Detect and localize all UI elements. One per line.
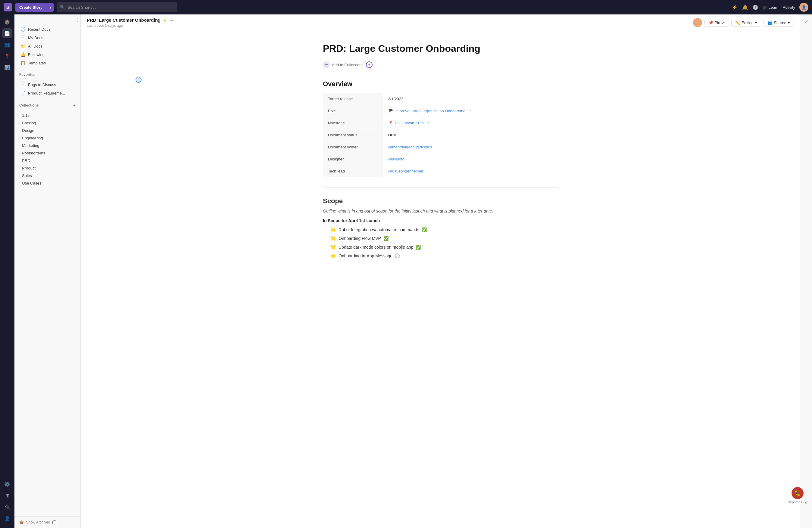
sidebar-item-bugs-to-discuss[interactable]: 📄 Bugs to Discuss xyxy=(16,80,79,89)
rail-user-icon[interactable]: 👤 xyxy=(2,514,12,523)
pin-button[interactable]: 📌 Pin ↗ xyxy=(705,19,729,27)
editing-button[interactable]: ✏️ Editing ▾ xyxy=(731,19,761,27)
create-story-button[interactable]: Create Story xyxy=(15,3,47,12)
chevron-right-icon: › xyxy=(19,136,20,140)
create-story-dropdown-arrow[interactable]: ▾ xyxy=(47,3,54,12)
scope-item-4: 🌟 Onboarding In-App Message xyxy=(330,253,558,259)
sidebar-item-my-docs[interactable]: 📄 My Docs xyxy=(16,33,79,42)
designer-link[interactable]: @akisoto xyxy=(388,157,405,161)
collection-product-label: Product xyxy=(22,166,35,171)
check-pending-icon-4 xyxy=(395,253,400,258)
sidebar-item-templates[interactable]: 📋 Templates xyxy=(16,59,79,67)
collections-section: › 1:1s › Backlog › Design › Engineering … xyxy=(14,109,81,189)
rail-home-icon[interactable]: 🏠 xyxy=(2,17,12,27)
rail-settings-icon[interactable]: ⚙️ xyxy=(2,479,12,489)
table-row-milestone: Milestone 📍 Q2 Growth KPIs ↗ xyxy=(323,117,558,129)
show-archived-checkbox[interactable] xyxy=(53,520,56,524)
clock-icon[interactable]: 🕐 xyxy=(752,4,758,10)
rail-chart-icon[interactable]: 📊 xyxy=(2,63,12,72)
add-to-collections-btn[interactable]: 🗃 Add to Collections + xyxy=(323,61,558,68)
my-docs-icon: 📄 xyxy=(20,35,26,40)
sidebar-collection-use-cases[interactable]: › Use Cases xyxy=(14,179,81,187)
product-req-icon: 📄 xyxy=(20,91,26,96)
lightning-icon[interactable]: ⚡ xyxy=(732,4,738,10)
doc-owner-label: Document owner xyxy=(323,141,383,153)
doc-more-button[interactable]: ••• xyxy=(169,18,174,23)
milestone-pin-icon: 📍 xyxy=(388,121,393,125)
sidebar-collection-engineering[interactable]: › Engineering xyxy=(14,134,81,142)
sidebar-item-following[interactable]: 🔔 Following xyxy=(16,50,79,59)
sidebar-nav-section: 🕐 Recent Docs 📄 My Docs 📁 All Docs 🔔 Fol… xyxy=(14,23,81,70)
expand-icon[interactable]: ⤢ xyxy=(802,17,810,26)
doc-content: PRD: Large Customer Onboarding 🗃 Add to … xyxy=(305,31,576,528)
doc-owner-value: @markdelgado @richard xyxy=(383,141,558,153)
epic-link-text[interactable]: Improve Large Organization Onboarding xyxy=(395,109,466,113)
scope-item-4-text: Onboarding In-App Message xyxy=(338,253,392,258)
search-icon: 🔍 xyxy=(60,5,65,10)
doc-main-title: PRD: Large Customer Onboarding xyxy=(323,43,558,54)
pin-arrow-icon: ↗ xyxy=(722,20,725,25)
collection-1-1s-label: 1:1s xyxy=(22,113,30,118)
collection-backlog-label: Backlog xyxy=(22,121,36,125)
epic-nav-icon[interactable]: ↗ xyxy=(468,109,471,113)
report-bug-button[interactable]: 🐛 Report a Bug xyxy=(787,487,807,504)
collection-postmortems-label: Postmortems xyxy=(22,151,45,155)
collections-section-header: Collections + xyxy=(14,100,81,109)
designer-label: Designer xyxy=(323,153,383,165)
rail-docs-icon[interactable]: 📄 xyxy=(2,28,12,38)
scope-item-2: 🌟 Onboarding Flow MVP ✅ xyxy=(330,235,558,241)
sidebar-item-recent-docs[interactable]: 🕐 Recent Docs xyxy=(16,25,79,33)
rail-apps-icon[interactable]: ⊞ xyxy=(2,491,12,500)
chevron-right-icon: › xyxy=(19,151,20,155)
bugs-to-discuss-label: Bugs to Discuss xyxy=(28,83,56,87)
milestone-link-text[interactable]: Q2 Growth KPIs xyxy=(395,121,424,125)
chevron-right-icon: › xyxy=(19,121,20,124)
rail-people-icon[interactable]: 👥 xyxy=(2,40,12,49)
doc-owner-link[interactable]: @markdelgado @richard xyxy=(388,145,432,149)
search-input[interactable] xyxy=(68,5,174,10)
bell-icon[interactable]: 🔔 xyxy=(742,4,748,10)
collection-use-cases-label: Use Cases xyxy=(22,181,41,186)
show-archived-label: Show Archived xyxy=(26,520,50,524)
sidebar-collection-prd[interactable]: › PRD xyxy=(14,157,81,164)
overview-title: Overview xyxy=(323,80,558,88)
sidebar-collection-1-1s[interactable]: › 1:1s xyxy=(14,112,81,119)
sidebar-collection-postmortems[interactable]: › Postmortems xyxy=(14,149,81,157)
sidebar-collapse-button[interactable]: ⟨ xyxy=(76,17,78,23)
sidebar: ⟨ 🕐 Recent Docs 📄 My Docs 📁 All Docs 🔔 F… xyxy=(14,14,81,528)
activity-link[interactable]: Activity xyxy=(783,5,795,10)
shared-chevron-icon: ▾ xyxy=(788,20,790,25)
scope-description: Outline what is in and out of scope for … xyxy=(323,209,558,214)
section-divider xyxy=(323,187,558,188)
overview-table: Target release 3/1/2023 Epic 🏴 Improve L… xyxy=(323,93,558,177)
designer-value: @akisoto xyxy=(383,153,558,165)
shared-button[interactable]: 👥 Shared ▾ xyxy=(764,19,794,27)
doc-star-icon[interactable]: ★ xyxy=(163,18,167,23)
rail-location-icon[interactable]: 📍 xyxy=(2,51,12,61)
sidebar-collection-product[interactable]: › Product xyxy=(14,164,81,172)
learn-link[interactable]: 🎓 Learn xyxy=(763,5,779,10)
sidebar-item-all-docs[interactable]: 📁 All Docs xyxy=(16,42,79,50)
pin-label: Pin xyxy=(715,20,721,25)
doc-title-area: PRD: Large Customer Onboarding ★ ••• Las… xyxy=(87,17,690,28)
sidebar-collection-backlog[interactable]: › Backlog xyxy=(14,119,81,127)
sidebar-collection-sales[interactable]: › Sales xyxy=(14,172,81,179)
scope-item-1: 🌟 Robot Integration w/ automated command… xyxy=(330,227,558,232)
add-collection-button[interactable]: + xyxy=(73,103,76,108)
sun-icon-4: 🌟 xyxy=(330,253,336,259)
tech-lead-link[interactable]: @daveoppenheimer xyxy=(388,169,423,173)
sidebar-collection-design[interactable]: › Design xyxy=(14,127,81,134)
table-row-target-release: Target release 3/1/2023 xyxy=(323,93,558,105)
table-row-designer: Designer @akisoto xyxy=(323,153,558,165)
sidebar-collection-marketing[interactable]: › Marketing xyxy=(14,142,81,149)
app-logo: S xyxy=(4,3,12,12)
user-avatar[interactable]: 👤 xyxy=(799,3,808,12)
doc-header: PRD: Large Customer Onboarding ★ ••• Las… xyxy=(81,14,800,31)
chevron-right-icon: › xyxy=(19,114,20,117)
collection-design-label: Design xyxy=(22,128,34,133)
rail-plug-icon[interactable]: 🔌 xyxy=(2,502,12,512)
following-label: Following xyxy=(28,53,45,57)
doc-user-avatar xyxy=(693,18,702,27)
milestone-nav-icon[interactable]: ↗ xyxy=(426,121,429,125)
sidebar-item-product-requirements[interactable]: 📄 Product Requireme... xyxy=(16,89,79,97)
